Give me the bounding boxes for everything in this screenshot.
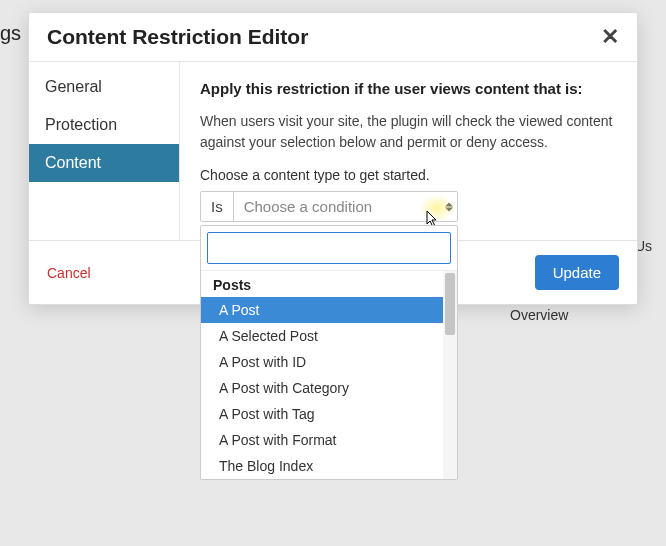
content-heading: Apply this restriction if the user views… bbox=[200, 80, 617, 97]
sidebar-item-content[interactable]: Content bbox=[29, 144, 179, 182]
content-description: When users visit your site, the plugin w… bbox=[200, 111, 617, 153]
option-a-post-with-format[interactable]: A Post with Format bbox=[201, 427, 457, 453]
modal-title: Content Restriction Editor bbox=[47, 25, 308, 49]
update-button[interactable]: Update bbox=[535, 255, 619, 290]
modal-content: Apply this restriction if the user views… bbox=[180, 62, 637, 240]
condition-dropdown: Posts A Post A Selected Post A Post with… bbox=[200, 225, 458, 480]
close-icon[interactable]: ✕ bbox=[601, 26, 619, 48]
option-a-post[interactable]: A Post bbox=[201, 297, 457, 323]
sidebar-item-general[interactable]: General bbox=[29, 68, 179, 106]
scrollbar-thumb[interactable] bbox=[445, 273, 455, 335]
condition-select[interactable]: Is Choose a condition bbox=[200, 191, 458, 222]
chevron-updown-icon bbox=[445, 202, 453, 211]
content-prompt: Choose a content type to get started. bbox=[200, 167, 617, 183]
option-the-blog-index[interactable]: The Blog Index bbox=[201, 453, 457, 479]
modal-sidebar: General Protection Content bbox=[29, 62, 180, 240]
option-a-post-with-tag[interactable]: A Post with Tag bbox=[201, 401, 457, 427]
modal-body: General Protection Content Apply this re… bbox=[29, 62, 637, 240]
condition-operator: Is bbox=[201, 192, 234, 221]
dropdown-group-posts: Posts bbox=[201, 271, 457, 297]
dropdown-search-input[interactable] bbox=[207, 232, 451, 264]
modal-header: Content Restriction Editor ✕ bbox=[29, 13, 637, 62]
bg-tab-overview[interactable]: Overview bbox=[510, 307, 568, 323]
dropdown-options-list: Posts A Post A Selected Post A Post with… bbox=[201, 270, 457, 479]
option-a-post-with-id[interactable]: A Post with ID bbox=[201, 349, 457, 375]
page-heading-fragment: gs bbox=[0, 22, 21, 45]
cancel-button[interactable]: Cancel bbox=[47, 265, 91, 281]
scrollbar-track[interactable] bbox=[443, 271, 457, 479]
dropdown-search-wrap bbox=[201, 226, 457, 270]
condition-placeholder: Choose a condition bbox=[234, 192, 457, 221]
option-a-selected-post[interactable]: A Selected Post bbox=[201, 323, 457, 349]
option-a-post-with-category[interactable]: A Post with Category bbox=[201, 375, 457, 401]
sidebar-item-protection[interactable]: Protection bbox=[29, 106, 179, 144]
